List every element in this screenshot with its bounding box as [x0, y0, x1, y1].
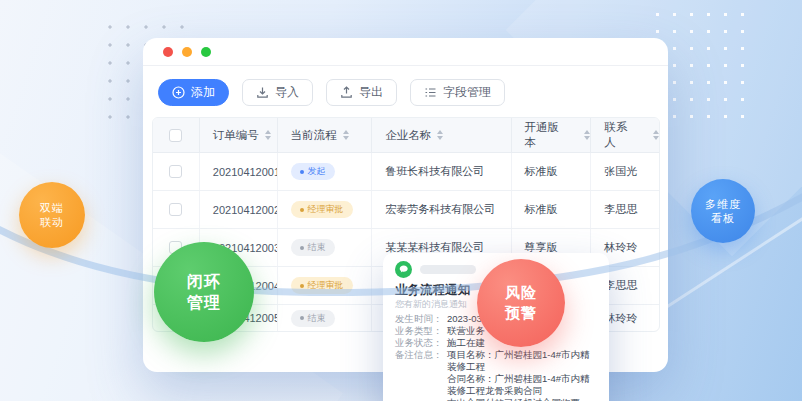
toolbar: 添加 导入 导出 字段管理	[143, 66, 668, 106]
status-badge: 发起	[291, 163, 335, 180]
field-list-icon	[424, 86, 437, 99]
status-dot-icon	[300, 170, 304, 174]
window-titlebar	[143, 38, 668, 66]
contact-name: 林玲玲	[604, 311, 637, 326]
traffic-light-yellow-icon	[182, 47, 192, 57]
feature-bubble-closed-loop: 闭环 管理	[154, 242, 254, 342]
bubble-text: 风险	[505, 283, 537, 303]
traffic-light-green-icon	[201, 47, 211, 57]
bubble-text: 多维度	[705, 197, 741, 211]
notification-field: 备注信息： 项目名称：广州碧桂园1-4#市内精装修工程	[395, 349, 597, 373]
contact-name: 李思思	[604, 278, 637, 293]
field-value: 施工在建	[447, 337, 485, 349]
select-all-checkbox[interactable]	[169, 129, 182, 142]
status-label: 结束	[308, 312, 326, 325]
column-header-company: 企业名称	[385, 128, 431, 143]
table-row: 20210412001 发起 鲁班长科技有限公司 标准版 张国光	[153, 153, 659, 191]
status-badge: 结束	[291, 239, 335, 256]
sort-icon[interactable]	[584, 130, 590, 140]
add-button[interactable]: 添加	[158, 79, 229, 106]
row-checkbox[interactable]	[169, 165, 182, 178]
version: 标准版	[525, 202, 558, 217]
status-dot-icon	[300, 316, 304, 320]
bubble-text: 预警	[505, 303, 537, 323]
bubble-text: 管理	[187, 292, 221, 313]
sort-icon[interactable]	[653, 130, 659, 140]
field-value-extra: 支出合同付款已经超过合同收票，请注意！！！	[447, 397, 597, 401]
wechat-icon	[395, 261, 412, 278]
hero-canvas: 添加 导入 导出 字段管理	[0, 0, 802, 401]
field-value: 项目名称：广州碧桂园1-4#市内精装修工程	[447, 349, 597, 373]
column-header-order: 订单编号	[213, 128, 259, 143]
field-label: 发生时间：	[395, 313, 447, 325]
column-header-flow: 当前流程	[291, 128, 337, 143]
company-name: 鲁班长科技有限公司	[385, 164, 484, 179]
status-dot-icon	[300, 246, 304, 250]
feature-bubble-dashboard: 多维度 看板	[691, 179, 755, 243]
table-header-row: 订单编号 当前流程 企业名称 开通版本 联系人	[153, 118, 659, 153]
export-button[interactable]: 导出	[326, 79, 397, 106]
download-icon	[256, 86, 269, 99]
status-label: 经理审批	[308, 203, 344, 216]
import-button[interactable]: 导入	[242, 79, 313, 106]
feature-bubble-dual-link: 双端 联动	[19, 182, 85, 248]
field-value-extra: 合同名称：广州碧桂园1-4#市内精装修工程龙骨采购合同	[447, 373, 597, 397]
sort-icon[interactable]	[437, 130, 443, 140]
circle-plus-icon	[172, 86, 185, 99]
bubble-text: 看板	[711, 211, 735, 225]
bubble-text: 闭环	[187, 271, 221, 292]
sort-icon[interactable]	[265, 130, 271, 140]
add-button-label: 添加	[191, 84, 215, 101]
contact-name: 张国光	[604, 164, 637, 179]
version: 标准版	[525, 164, 558, 179]
status-badge: 经理审批	[291, 277, 353, 294]
table-row: 20210412002 经理审批 宏泰劳务科技有限公司 标准版 李思思	[153, 191, 659, 229]
column-header-contact: 联系人	[604, 120, 637, 150]
traffic-light-red-icon	[163, 47, 173, 57]
status-label: 发起	[308, 165, 326, 178]
status-badge: 结束	[291, 310, 335, 327]
field-management-button[interactable]: 字段管理	[410, 79, 505, 106]
column-header-version: 开通版本	[525, 120, 569, 150]
import-button-label: 导入	[275, 84, 299, 101]
field-value: 联营业务	[447, 325, 485, 337]
order-number: 20210412001	[213, 166, 278, 178]
field-label: 备注信息：	[395, 349, 447, 373]
export-button-label: 导出	[359, 84, 383, 101]
bubble-text: 双端	[40, 201, 64, 215]
field-label: 业务类型：	[395, 325, 447, 337]
sender-placeholder-bar	[420, 265, 476, 274]
field-label: 业务状态：	[395, 337, 447, 349]
upload-icon	[340, 86, 353, 99]
status-badge: 经理审批	[291, 201, 353, 218]
status-dot-icon	[300, 208, 304, 212]
status-label: 结束	[308, 241, 326, 254]
contact-name: 林玲玲	[604, 240, 637, 255]
sort-icon[interactable]	[343, 130, 349, 140]
feature-bubble-risk-warning: 风险 预警	[477, 259, 565, 347]
company-name: 宏泰劳务科技有限公司	[385, 202, 495, 217]
contact-name: 李思思	[604, 202, 637, 217]
field-management-button-label: 字段管理	[443, 84, 491, 101]
status-dot-icon	[300, 284, 304, 288]
order-number: 20210412002	[213, 204, 278, 216]
status-label: 经理审批	[308, 279, 344, 292]
row-checkbox[interactable]	[169, 203, 182, 216]
bubble-text: 联动	[40, 215, 64, 229]
